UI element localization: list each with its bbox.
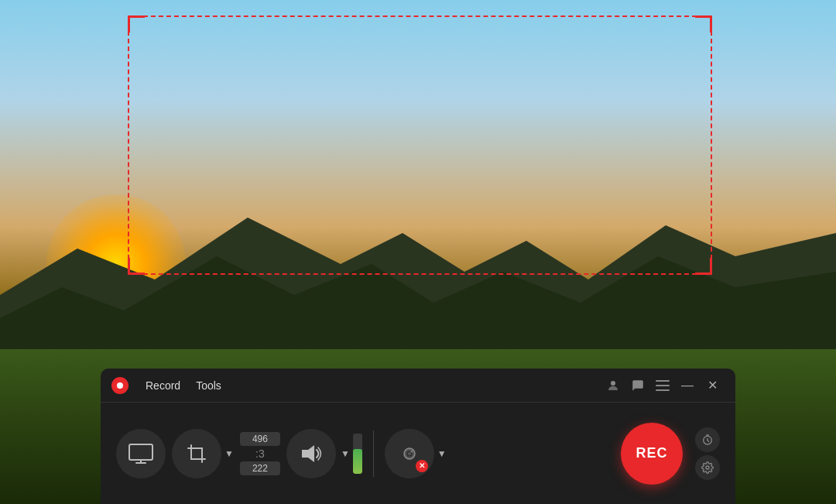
tools-menu[interactable]: Tools [188,376,229,395]
menu-bar: Record Tools — ✕ [101,369,735,403]
audio-dropdown-arrow[interactable]: ▼ [341,448,350,459]
screen-button[interactable] [116,429,166,478]
volume-bar-fill [353,449,362,473]
audio-group: ▼ [286,429,362,478]
chat-icon-btn[interactable] [625,373,650,398]
resolution-display: 496 :3 222 [240,432,280,475]
camera-button-group: ✕ ▼ [385,429,447,478]
svg-rect-3 [656,380,670,382]
minimize-btn[interactable]: — [675,373,700,398]
minimize-icon: — [681,379,694,392]
svg-point-2 [611,381,615,386]
app-icon-dot [117,382,123,389]
crop-button[interactable] [172,429,221,478]
svg-rect-5 [656,389,670,391]
svg-rect-4 [656,385,670,386]
timer-button[interactable] [695,427,720,452]
controls-row: ▼ 496 :3 222 ▼ [101,403,735,504]
mountains [0,179,836,372]
rec-label: REC [636,445,667,461]
resolution-width: 496 [240,432,280,446]
crop-dropdown-arrow[interactable]: ▼ [224,448,234,459]
svg-point-14 [410,450,413,452]
camera-off-badge: ✕ [416,460,428,472]
close-btn[interactable]: ✕ [700,373,725,398]
divider-1 [373,430,374,477]
rec-button[interactable]: REC [621,423,683,485]
svg-rect-6 [129,444,152,460]
volume-bar [353,434,362,474]
user-icon-btn[interactable] [601,373,625,398]
bottom-icons [695,427,720,480]
camera-dropdown-arrow[interactable]: ▼ [437,448,447,459]
crop-button-group: ▼ [172,429,234,478]
hamburger-menu-btn[interactable] [650,373,675,398]
svg-marker-10 [302,445,314,462]
resolution-icon: :3 [255,447,265,460]
close-icon: ✕ [708,379,718,392]
app-icon [111,375,133,396]
resolution-height: 222 [240,461,280,475]
toolbar-panel: Record Tools — ✕ [101,369,735,504]
audio-button[interactable] [286,429,336,478]
record-menu[interactable]: Record [138,376,188,395]
svg-rect-9 [191,448,202,459]
settings-button[interactable] [695,455,720,480]
svg-point-13 [408,452,411,455]
svg-point-16 [706,466,709,469]
camera-button[interactable]: ✕ [385,429,434,478]
